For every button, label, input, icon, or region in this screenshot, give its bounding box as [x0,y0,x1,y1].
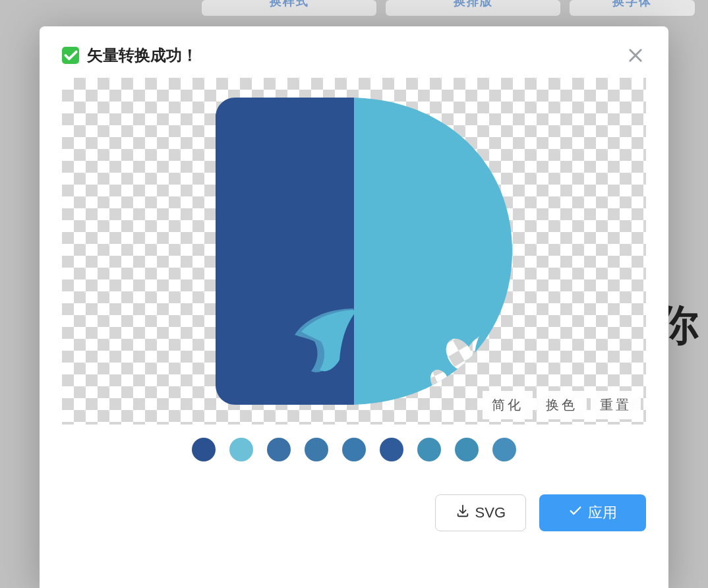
download-svg-label: SVG [475,504,506,521]
svg-rect-2 [176,78,354,425]
simplify-button[interactable]: 简化 [483,391,533,419]
modal-title: 矢量转换成功！ [87,45,198,66]
modal-footer-actions: SVG 应用 [62,494,646,531]
color-swatch[interactable] [305,438,328,461]
download-icon [456,504,470,522]
color-swatch[interactable] [417,438,441,461]
color-swatch[interactable] [342,438,366,461]
color-swatch[interactable] [192,438,216,461]
apply-label: 应用 [588,503,617,523]
logo-d-whale-icon [176,78,532,425]
recolor-button[interactable]: 换色 [537,391,587,419]
apply-button[interactable]: 应用 [539,494,646,531]
vector-conversion-modal: 矢量转换成功！ [40,26,668,588]
success-check-icon [62,47,79,64]
color-swatch[interactable] [492,438,516,461]
reset-button[interactable]: 重置 [591,391,641,419]
color-swatch[interactable] [455,438,479,461]
bg-tab-layout: 换排版 [386,0,560,16]
color-swatch[interactable] [229,438,253,461]
modal-title-wrap: 矢量转换成功！ [62,45,198,66]
background-tabs: 换样式 换排版 换字体 [0,0,708,7]
check-icon [568,504,583,522]
download-svg-button[interactable]: SVG [435,494,526,531]
logo-preview-area: 简化 换色 重置 [62,78,646,425]
color-swatch[interactable] [267,438,291,461]
color-swatch-row [62,438,646,461]
modal-header: 矢量转换成功！ [62,45,646,66]
bg-tab-font: 换字体 [570,0,695,16]
color-swatch[interactable] [380,438,403,461]
bg-tab-style: 换样式 [202,0,376,16]
close-button[interactable] [625,45,646,66]
preview-overlay-controls: 简化 换色 重置 [483,391,641,419]
